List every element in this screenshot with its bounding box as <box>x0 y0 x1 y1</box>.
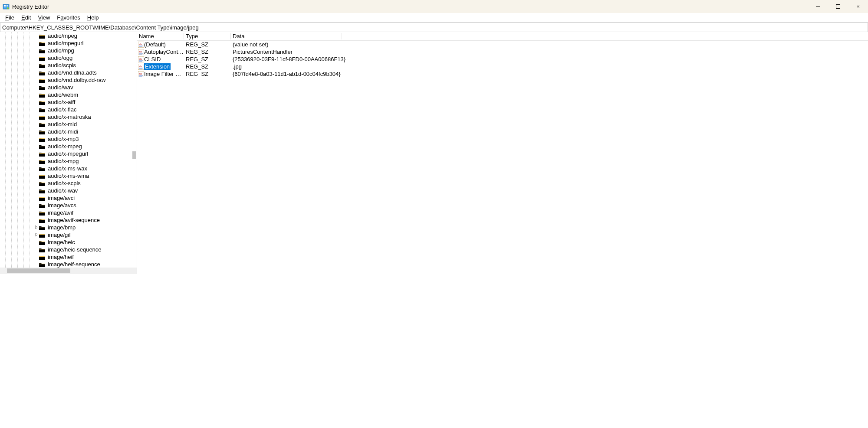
tree-item[interactable]: audio/mpegurl <box>0 39 137 47</box>
tree-item-label: audio/x-mpegurl <box>47 150 89 157</box>
tree-item[interactable]: image/avcs <box>0 202 137 209</box>
folder-icon <box>39 63 45 68</box>
tree-item[interactable]: audio/x-wav <box>0 187 137 194</box>
tree-item[interactable]: audio/x-mpegurl <box>0 150 137 157</box>
tree-item[interactable]: audio/vnd.dlna.adts <box>0 69 137 76</box>
tree-item-label: audio/x-mpg <box>47 158 80 164</box>
tree-item-label: audio/webm <box>47 91 79 98</box>
value-row[interactable]: Image Filter CLSIDREG_SZ{607fd4e8-0a03-1… <box>137 70 868 78</box>
close-button[interactable] <box>848 0 868 13</box>
address-text[interactable]: Computer\HKEY_CLASSES_ROOT\MIME\Database… <box>2 24 866 31</box>
tree-horizontal-scrollbar-thumb[interactable] <box>7 268 70 273</box>
menu-edit[interactable]: Edit <box>18 13 34 22</box>
tree-item-label: audio/mpegurl <box>47 40 84 46</box>
value-row[interactable]: CLSIDREG_SZ{25336920-03F9-11cf-8FD0-00AA… <box>137 56 868 63</box>
tree-item[interactable]: image/avif-sequence <box>0 216 137 224</box>
folder-icon <box>39 218 45 222</box>
svg-rect-1 <box>4 5 6 6</box>
folder-icon <box>39 92 45 97</box>
tree-item[interactable]: audio/x-mp3 <box>0 135 137 143</box>
folder-icon <box>39 70 45 75</box>
tree-item[interactable]: audio/mpeg <box>0 32 137 39</box>
folder-icon <box>39 247 45 252</box>
tree-item[interactable]: audio/scpls <box>0 62 137 69</box>
menu-help[interactable]: Help <box>84 13 102 22</box>
folder-icon <box>39 166 45 171</box>
column-header-name[interactable]: Name <box>137 33 184 39</box>
tree-item[interactable]: audio/x-ms-wma <box>0 172 137 180</box>
tree-item[interactable]: image/heif <box>0 253 137 261</box>
tree-item-label: audio/x-mpeg <box>47 143 83 150</box>
tree-item[interactable]: audio/vnd.dolby.dd-raw <box>0 76 137 84</box>
value-row[interactable]: AutoplayContent...REG_SZPicturesContentH… <box>137 48 868 56</box>
tree-item[interactable]: audio/x-ms-wax <box>0 165 137 172</box>
value-type: REG_SZ <box>184 71 231 77</box>
tree-scroll[interactable]: audio/mpegaudio/mpegurlaudio/mpgaudio/og… <box>0 32 137 274</box>
tree-item[interactable]: audio/x-mpg <box>0 157 137 165</box>
folder-icon <box>39 78 45 82</box>
folder-icon <box>39 181 45 186</box>
tree-item[interactable]: image/gif <box>0 231 137 239</box>
value-type: REG_SZ <box>184 56 231 62</box>
value-name: (Default) <box>144 41 184 48</box>
tree-item[interactable]: audio/x-mpeg <box>0 143 137 150</box>
chevron-right-icon[interactable] <box>34 225 39 230</box>
tree-horizontal-scrollbar[interactable] <box>0 268 137 274</box>
value-row[interactable]: ExtensionREG_SZ.jpg <box>137 63 868 70</box>
tree-item[interactable]: image/heic-sequence <box>0 246 137 253</box>
values-header: Name Type Data <box>137 32 868 41</box>
tree-item[interactable]: audio/wav <box>0 84 137 91</box>
folder-icon <box>39 240 45 245</box>
folder-icon <box>39 173 45 178</box>
tree-item-label: image/avif <box>47 209 74 216</box>
folder-icon <box>39 85 45 90</box>
tree-item-label: audio/x-ms-wax <box>47 165 88 172</box>
tree-item[interactable]: image/avif <box>0 209 137 216</box>
folder-icon <box>39 33 45 38</box>
reg-string-icon <box>137 71 144 77</box>
tree-item[interactable]: audio/x-mid <box>0 121 137 128</box>
folder-icon <box>39 114 45 119</box>
folder-icon <box>39 41 45 46</box>
folder-icon <box>39 210 45 215</box>
menu-favorites[interactable]: Favorites <box>53 13 83 22</box>
chevron-right-icon[interactable] <box>34 233 39 237</box>
tree-item[interactable]: image/heif-sequence <box>0 261 137 268</box>
tree-item[interactable]: image/bmp <box>0 224 137 231</box>
tree-item-label: audio/x-mid <box>47 121 78 127</box>
tree-item[interactable]: audio/x-aiff <box>0 98 137 106</box>
svg-rect-3 <box>7 5 8 6</box>
column-header-data[interactable]: Data <box>231 33 342 39</box>
tree-item[interactable]: audio/webm <box>0 91 137 98</box>
tree-vertical-scrollbar-thumb[interactable] <box>132 151 136 159</box>
menu-file[interactable]: File <box>2 13 18 22</box>
value-data: (value not set) <box>231 41 868 48</box>
tree-item[interactable]: audio/ogg <box>0 54 137 62</box>
tree-item-label: audio/x-aiff <box>47 99 76 105</box>
values-panel: Name Type Data (Default)REG_SZ(value not… <box>137 32 868 274</box>
folder-icon <box>39 262 45 267</box>
menu-view[interactable]: View <box>34 13 53 22</box>
folder-icon <box>39 196 45 200</box>
column-header-type[interactable]: Type <box>184 33 231 39</box>
maximize-button[interactable] <box>828 0 848 13</box>
tree-item[interactable]: image/heic <box>0 239 137 246</box>
svg-rect-2 <box>4 7 6 7</box>
tree-item[interactable]: audio/x-matroska <box>0 113 137 121</box>
tree-item[interactable]: audio/x-scpls <box>0 180 137 187</box>
tree-item[interactable]: audio/mpg <box>0 47 137 54</box>
tree-item[interactable]: audio/x-midi <box>0 128 137 135</box>
value-data: .jpg <box>231 63 868 70</box>
tree-item-label: audio/x-flac <box>47 106 77 113</box>
tree-item-label: audio/x-wav <box>47 187 79 194</box>
content-area: audio/mpegaudio/mpegurlaudio/mpgaudio/og… <box>0 32 868 274</box>
folder-icon <box>39 203 45 208</box>
value-row[interactable]: (Default)REG_SZ(value not set) <box>137 41 868 48</box>
tree-item-label: image/avcs <box>47 202 77 209</box>
tree-item[interactable]: image/avci <box>0 194 137 202</box>
window-title: Registry Editor <box>12 3 49 10</box>
folder-icon <box>39 48 45 53</box>
tree-item[interactable]: audio/x-flac <box>0 106 137 113</box>
address-bar[interactable]: Computer\HKEY_CLASSES_ROOT\MIME\Database… <box>0 23 868 32</box>
minimize-button[interactable] <box>808 0 828 13</box>
